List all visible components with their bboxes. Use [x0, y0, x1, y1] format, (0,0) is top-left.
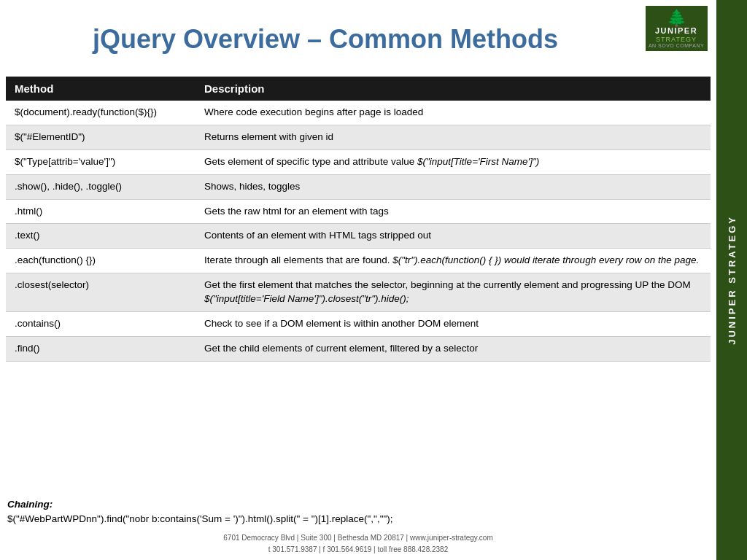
description-cell: Get the child elements of current elemen…: [196, 336, 711, 361]
table-row: .contains()Check to see if a DOM element…: [6, 312, 711, 337]
main-content: jQuery Overview – Common Methods 🌲 JUNIP…: [0, 0, 716, 560]
table-row: .closest(selector)Get the first element …: [6, 273, 711, 312]
tree-icon: 🌲: [667, 10, 686, 26]
table-row: $("Type[attrib='value']")Gets element of…: [6, 149, 711, 174]
table-container: Method Description $(document).ready(fun…: [0, 77, 716, 493]
logo: 🌲 JUNIPER STRATEGY AN SOVO COMPANY: [643, 6, 709, 51]
method-cell: .contains(): [6, 312, 196, 337]
chaining-code: $("#WebPartWPDnn").find("nobr b:contains…: [7, 513, 392, 524]
chaining-label: Chaining:: [7, 499, 53, 510]
methods-table: Method Description $(document).ready(fun…: [6, 77, 711, 362]
sidebar-label: JUNIPER STRATEGY: [727, 215, 738, 345]
table-row: $(document).ready(function($){})Where co…: [6, 101, 711, 125]
sidebar: JUNIPER STRATEGY: [716, 0, 747, 560]
description-cell: Iterate through all elements that are fo…: [196, 249, 711, 273]
logo-box: 🌲 JUNIPER STRATEGY AN SOVO COMPANY: [646, 6, 708, 51]
logo-subtitle: STRATEGY: [656, 36, 697, 43]
description-cell: Gets element of specific type and attrib…: [196, 149, 711, 174]
logo-company: AN SOVO COMPANY: [649, 43, 704, 48]
logo-name: JUNIPER: [655, 26, 697, 36]
method-cell: $("Type[attrib='value']"): [6, 149, 196, 174]
footer-line2: t 301.571.9387 | f 301.564.9619 | toll f…: [0, 544, 716, 556]
table-row: .show(), .hide(), .toggle()Shows, hides,…: [6, 174, 711, 199]
description-cell: Get the first element that matches the s…: [196, 273, 711, 312]
table-row: .html()Gets the raw html for an element …: [6, 199, 711, 224]
chaining-section: Chaining: $("#WebPartWPDnn").find("nobr …: [0, 493, 716, 530]
column-header-method: Method: [6, 77, 196, 101]
method-cell: .show(), .hide(), .toggle(): [6, 174, 196, 199]
header: jQuery Overview – Common Methods 🌲 JUNIP…: [0, 0, 716, 77]
description-cell: Where code execution begins after page i…: [196, 101, 711, 125]
method-cell: .closest(selector): [6, 273, 196, 312]
method-cell: .text(): [6, 224, 196, 249]
footer-line1: 6701 Democracy Blvd | Suite 300 | Bethes…: [0, 532, 716, 544]
table-row: .each(function() {})Iterate through all …: [6, 249, 711, 273]
page-title: jQuery Overview – Common Methods: [15, 23, 702, 55]
description-cell: Shows, hides, toggles: [196, 174, 711, 199]
table-row: .text()Contents of an element with HTML …: [6, 224, 711, 249]
method-cell: .each(function() {}): [6, 249, 196, 273]
description-cell: Check to see if a DOM element is within …: [196, 312, 711, 337]
method-cell: .find(): [6, 336, 196, 361]
footer: 6701 Democracy Blvd | Suite 300 | Bethes…: [0, 529, 716, 560]
table-row: $("#ElementID")Returns element with give…: [6, 125, 711, 149]
description-cell: Returns element with given id: [196, 125, 711, 149]
method-cell: .html(): [6, 199, 196, 224]
description-cell: Gets the raw html for an element with ta…: [196, 199, 711, 224]
description-cell: Contents of an element with HTML tags st…: [196, 224, 711, 249]
table-header-row: Method Description: [6, 77, 711, 101]
table-row: .find()Get the child elements of current…: [6, 336, 711, 361]
method-cell: $("#ElementID"): [6, 125, 196, 149]
method-cell: $(document).ready(function($){}): [6, 101, 196, 125]
column-header-description: Description: [196, 77, 711, 101]
